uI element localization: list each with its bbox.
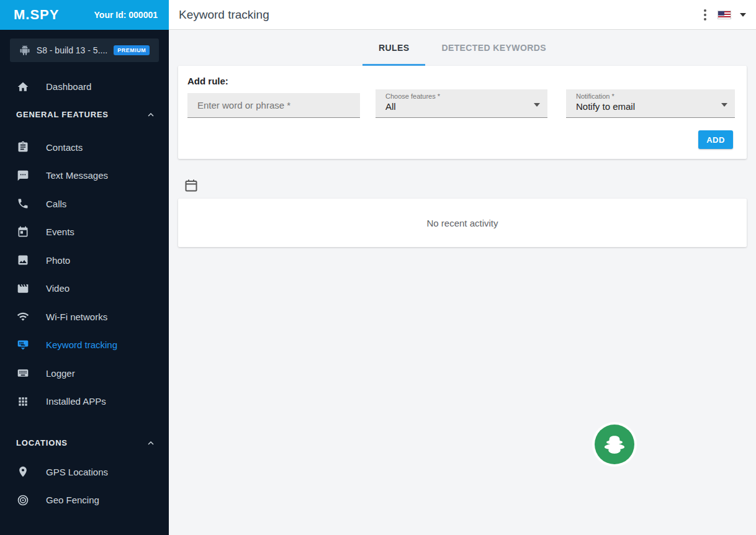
sidebar-item-label: Events — [46, 227, 74, 237]
notification-select[interactable]: Notification * Notify to email — [566, 89, 735, 118]
chevron-up-icon — [145, 438, 156, 449]
caret-down-icon[interactable] — [740, 13, 746, 17]
activity-card: No recent activity — [178, 199, 747, 247]
sidebar-section-social-networks[interactable]: SOCIAL NETWORKS — [0, 531, 169, 535]
sidebar-item-events[interactable]: Events — [0, 218, 169, 246]
photo-icon — [16, 254, 30, 266]
chevron-down-icon — [721, 103, 727, 107]
geo-fencing-icon — [16, 494, 30, 506]
sidebar-section-general-features[interactable]: GENERAL FEATURES — [0, 104, 169, 126]
add-button[interactable]: ADD — [698, 130, 733, 149]
notification-select-value: Notify to email — [576, 101, 726, 112]
sidebar-item-keyword-tracking[interactable]: Keyword tracking — [0, 331, 169, 359]
events-icon — [16, 226, 30, 238]
us-flag-icon[interactable] — [718, 11, 731, 19]
sidebar-item-label: GPS Locations — [46, 467, 108, 477]
user-id-label: Your Id: 000001 — [94, 10, 158, 20]
sidebar-item-label: Geo Fencing — [46, 495, 99, 505]
sidebar-item-label: Keyword tracking — [46, 339, 117, 350]
page-title: Keyword tracking — [179, 8, 269, 22]
features-select-label: Choose features * — [385, 92, 539, 100]
keyboard-icon — [16, 367, 30, 379]
main-area: Keyword tracking RULES DETECTED KEYWORDS… — [169, 0, 756, 535]
sidebar-item-logger[interactable]: Logger — [0, 359, 169, 388]
sidebar-item-label: Text Messages — [46, 170, 108, 181]
calendar-icon[interactable] — [184, 178, 199, 193]
sidebar-item-text-messages[interactable]: Text Messages — [0, 161, 169, 190]
chevron-up-icon — [145, 109, 156, 120]
sidebar-item-label: Calls — [46, 199, 66, 209]
device-name: S8 - build 13 - 5.... — [37, 45, 107, 55]
sidebar-section-locations[interactable]: LOCATIONS — [0, 432, 169, 454]
premium-badge: PREMIUM — [114, 45, 150, 55]
brand-logo: M.SPY — [14, 7, 59, 23]
empty-activity-text: No recent activity — [426, 218, 498, 228]
kebab-menu-icon[interactable] — [701, 7, 709, 23]
sidebar-nav: DashboardGENERAL FEATURESContactsText Me… — [0, 62, 169, 535]
sidebar-item-contacts[interactable]: Contacts — [0, 133, 169, 162]
sidebar-item-geo-fencing[interactable]: Geo Fencing — [0, 486, 169, 515]
home-icon — [16, 81, 30, 93]
spy-logo-widget[interactable] — [595, 425, 634, 464]
video-icon — [16, 282, 30, 295]
sidebar-item-wi-fi-networks[interactable]: Wi-Fi networks — [0, 303, 169, 331]
device-selector[interactable]: S8 - build 13 - 5.... PREMIUM — [10, 38, 159, 62]
section-label: LOCATIONS — [16, 438, 68, 447]
tab-detected-keywords[interactable]: DETECTED KEYWORDS — [425, 30, 562, 66]
add-rule-fields: Choose features * All Notification * Not… — [187, 93, 736, 118]
sidebar: M.SPY Your Id: 000001 S8 - build 13 - 5.… — [0, 0, 169, 535]
tab-bar: RULES DETECTED KEYWORDS — [169, 30, 756, 66]
sidebar-item-label: Contacts — [46, 142, 83, 153]
sidebar-item-video[interactable]: Video — [0, 274, 169, 303]
add-rule-card: Add rule: Choose features * All Notifica… — [178, 66, 747, 159]
wifi-icon — [16, 310, 30, 323]
text-messages-icon — [16, 169, 30, 182]
sidebar-header: M.SPY Your Id: 000001 — [0, 0, 169, 30]
sidebar-item-label: Dashboard — [46, 81, 91, 92]
android-icon — [19, 45, 30, 56]
sidebar-item-label: Photo — [46, 255, 70, 266]
tab-rules[interactable]: RULES — [362, 30, 425, 66]
features-select-value: All — [385, 101, 539, 112]
gps-pin-icon — [16, 465, 30, 478]
sidebar-item-installed-apps[interactable]: Installed APPs — [0, 387, 169, 416]
sidebar-item-dashboard[interactable]: Dashboard — [0, 73, 169, 101]
apps-grid-icon — [16, 395, 30, 408]
sidebar-item-gps-locations[interactable]: GPS Locations — [0, 458, 169, 487]
sidebar-item-label: Installed APPs — [46, 396, 106, 407]
sidebar-item-calls[interactable]: Calls — [0, 190, 169, 218]
sidebar-item-label: Wi-Fi networks — [46, 312, 107, 322]
sidebar-item-label: Video — [46, 283, 70, 294]
chevron-down-icon — [534, 103, 540, 107]
topbar: Keyword tracking — [169, 0, 756, 30]
topbar-actions — [701, 7, 746, 23]
spy-logo-icon — [601, 431, 628, 458]
calls-icon — [16, 197, 30, 210]
sidebar-item-label: Logger — [46, 368, 75, 379]
contacts-icon — [16, 141, 30, 153]
section-label: GENERAL FEATURES — [16, 110, 109, 119]
notification-select-label: Notification * — [576, 92, 726, 100]
sidebar-item-photo[interactable]: Photo — [0, 246, 169, 275]
keyword-input[interactable] — [187, 93, 360, 118]
add-rule-title: Add rule: — [187, 76, 736, 86]
features-select[interactable]: Choose features * All — [376, 89, 547, 118]
keyboard-hide-icon — [16, 339, 30, 351]
